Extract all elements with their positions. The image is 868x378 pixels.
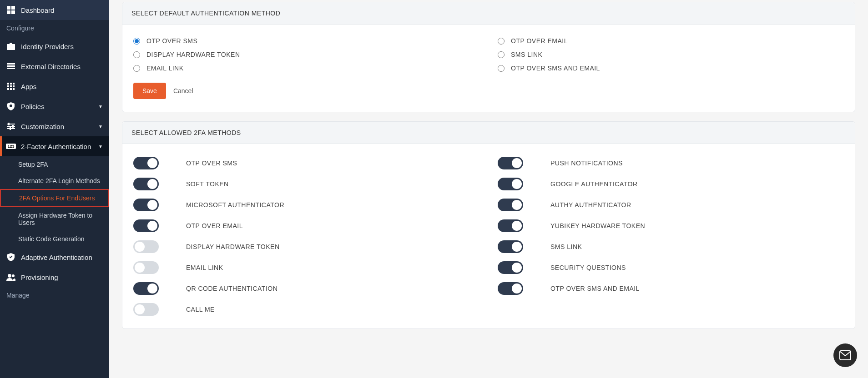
svg-rect-1 <box>11 6 15 10</box>
radio-sms-link[interactable] <box>498 51 505 58</box>
sidebar-label: External Directories <box>21 63 81 70</box>
svg-rect-6 <box>7 63 15 65</box>
sidebar-sub-static-code[interactable]: Static Code Generation <box>0 231 109 247</box>
toggle-label: SECURITY QUESTIONS <box>550 264 626 271</box>
panel-header: SELECT ALLOWED 2FA METHODS <box>122 122 855 144</box>
toggle-left-1[interactable] <box>133 178 159 190</box>
radio-label[interactable]: OTP OVER EMAIL <box>511 37 568 45</box>
toggle-label: OTP OVER EMAIL <box>186 222 243 229</box>
radio-otp-sms-email[interactable] <box>498 65 505 72</box>
toggle-right-2[interactable] <box>498 199 523 211</box>
sidebar-label: Customization <box>21 123 64 130</box>
sidebar-item-2fa[interactable]: 123 2-Factor Authentication ▼ <box>0 136 109 156</box>
radio-label[interactable]: OTP OVER SMS <box>146 37 197 45</box>
sidebar-label: Apps <box>21 83 36 90</box>
toggle-right-1[interactable] <box>498 178 523 190</box>
toggle-left-2[interactable] <box>133 199 159 211</box>
sidebar-label: Provisioning <box>21 274 58 281</box>
cancel-button[interactable]: Cancel <box>173 87 193 94</box>
shield-icon <box>6 102 15 111</box>
sidebar-label: Identity Providers <box>21 43 74 50</box>
toggle-label: YUBIKEY HARDWARE TOKEN <box>550 222 645 229</box>
svg-rect-7 <box>7 65 15 67</box>
apps-icon <box>6 82 15 91</box>
radio-otp-sms[interactable] <box>133 38 140 45</box>
sidebar-sub-assign-hw[interactable]: Assign Hardware Token to Users <box>0 207 109 231</box>
svg-rect-4 <box>10 43 12 44</box>
svg-rect-14 <box>13 85 15 87</box>
svg-rect-9 <box>7 83 9 85</box>
radio-label[interactable]: EMAIL LINK <box>146 65 184 72</box>
message-fab[interactable] <box>833 343 857 367</box>
toggle-label: MICROSOFT AUTHENTICATOR <box>186 201 284 209</box>
toggle-label: DISPLAY HARDWARE TOKEN <box>186 243 280 250</box>
sidebar-label: Dashboard <box>21 6 54 14</box>
list-icon <box>6 62 15 71</box>
toggle-left-5[interactable] <box>133 261 159 274</box>
svg-rect-20 <box>7 126 15 127</box>
svg-rect-8 <box>7 68 15 69</box>
sidebar-item-customization[interactable]: Customization ▼ <box>0 116 109 136</box>
svg-rect-0 <box>7 6 10 10</box>
sliders-icon <box>6 122 15 131</box>
toggle-right-5[interactable] <box>498 261 523 274</box>
toggle-left-0[interactable] <box>133 157 159 169</box>
sidebar-item-external-directories[interactable]: External Directories <box>0 56 109 76</box>
toggle-left-7[interactable] <box>133 303 159 316</box>
svg-rect-12 <box>7 85 9 87</box>
sidebar-item-identity-providers[interactable]: Identity Providers <box>0 36 109 56</box>
toggle-label: OTP OVER SMS <box>186 159 237 167</box>
svg-rect-16 <box>10 88 12 90</box>
svg-rect-5 <box>7 44 15 50</box>
sidebar: Dashboard Configure Identity Providers E… <box>0 0 109 378</box>
toggle-label: SMS LINK <box>550 243 582 250</box>
toggle-right-3[interactable] <box>498 219 523 232</box>
two-factor-icon: 123 <box>6 142 15 151</box>
toggle-right-4[interactable] <box>498 240 523 253</box>
save-button[interactable]: Save <box>133 83 166 99</box>
toggle-left-4[interactable] <box>133 240 159 253</box>
radio-label[interactable]: SMS LINK <box>511 51 542 58</box>
toggle-label: OTP OVER SMS AND EMAIL <box>550 285 640 292</box>
svg-rect-24 <box>10 127 11 130</box>
radio-email-link[interactable] <box>133 65 140 72</box>
toggle-label: PUSH NOTIFICATIONS <box>550 159 623 167</box>
sidebar-sub-setup-2fa[interactable]: Setup 2FA <box>0 156 109 173</box>
svg-rect-23 <box>12 125 14 128</box>
svg-rect-13 <box>10 85 12 87</box>
mail-icon <box>839 350 851 360</box>
sidebar-label: Adaptive Authentication <box>21 254 92 261</box>
svg-rect-19 <box>7 124 15 124</box>
svg-rect-2 <box>7 10 10 14</box>
sidebar-section-configure: Configure <box>0 20 109 36</box>
sidebar-item-policies[interactable]: Policies ▼ <box>0 96 109 116</box>
toggle-left-6[interactable] <box>133 282 159 295</box>
svg-rect-3 <box>11 10 15 14</box>
svg-point-25 <box>8 274 11 278</box>
svg-rect-15 <box>7 88 9 90</box>
toggle-left-3[interactable] <box>133 219 159 232</box>
radio-otp-email[interactable] <box>498 38 505 45</box>
sidebar-item-provisioning[interactable]: Provisioning <box>0 267 109 287</box>
toggle-right-6[interactable] <box>498 282 523 295</box>
users-icon <box>6 273 15 282</box>
radio-label[interactable]: DISPLAY HARDWARE TOKEN <box>146 51 240 58</box>
svg-point-18 <box>10 104 12 107</box>
radio-label[interactable]: OTP OVER SMS AND EMAIL <box>511 65 600 72</box>
sidebar-item-apps[interactable]: Apps <box>0 76 109 96</box>
toggle-label: QR CODE AUTHENTICATION <box>186 285 278 292</box>
chevron-down-icon: ▼ <box>98 104 103 109</box>
dashboard-icon <box>6 5 15 15</box>
toggle-right-0[interactable] <box>498 157 523 169</box>
panel-allowed-2fa: SELECT ALLOWED 2FA METHODS OTP OVER SMSP… <box>122 121 855 329</box>
radio-display-hw[interactable] <box>133 51 140 58</box>
sidebar-sub-alternate[interactable]: Alternate 2FA Login Methods <box>0 173 109 189</box>
sidebar-item-dashboard[interactable]: Dashboard <box>0 0 109 20</box>
shield-check-icon <box>6 253 15 262</box>
svg-rect-22 <box>8 123 10 125</box>
panel-header: SELECT DEFAULT AUTHENTICATION METHOD <box>122 2 855 25</box>
sidebar-section-manage: Manage <box>0 287 109 303</box>
sidebar-label: Policies <box>21 103 45 110</box>
sidebar-item-adaptive[interactable]: Adaptive Authentication <box>0 247 109 267</box>
sidebar-sub-options-endusers[interactable]: 2FA Options For EndUsers <box>0 189 109 207</box>
